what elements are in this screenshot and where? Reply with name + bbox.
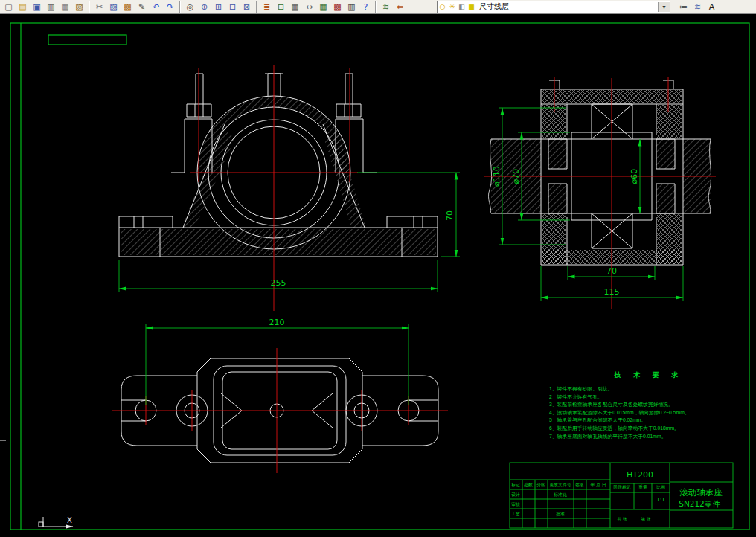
calculator-icon[interactable]: ▥ bbox=[345, 1, 359, 13]
layer-lock-icon: ◧ bbox=[457, 2, 467, 12]
title-block: HT200 滚动轴承座 SN212零件 标记 处数 分区 更改文件号 签名 年.… bbox=[510, 463, 733, 528]
label-genggai: 更改文件号 bbox=[550, 482, 571, 487]
label-bili: 比例 bbox=[656, 485, 665, 490]
save-icon[interactable]: ▣ bbox=[30, 1, 44, 13]
undo-icon[interactable]: ↶ bbox=[149, 1, 163, 13]
ucs-x-label: X bbox=[67, 516, 72, 524]
dimension-70-width: 70 bbox=[606, 266, 617, 276]
tech-requirement-line: 5、轴承盖与座孔配合间隙不大于0.02mm。 bbox=[549, 417, 749, 425]
label-gong-zhang: 共 张 bbox=[617, 517, 627, 522]
front-view: 255 70 bbox=[119, 65, 460, 311]
layer-states-icon[interactable]: ≋ bbox=[379, 1, 393, 13]
toolbar-group-file: ▢▤▣▥▦▧ bbox=[1, 1, 86, 13]
label-zhongliang: 重量 bbox=[638, 484, 647, 489]
grid-icon[interactable]: ▦ bbox=[288, 1, 302, 13]
zoom-realtime-icon[interactable]: ⊕ bbox=[197, 1, 211, 13]
pan-icon[interactable]: ◎ bbox=[183, 1, 197, 13]
help-icon[interactable]: ? bbox=[359, 1, 373, 13]
label-di-zhang: 第 张 bbox=[641, 517, 651, 522]
plot-icon[interactable]: ▥ bbox=[44, 1, 58, 13]
label-sheji: 设计 bbox=[511, 492, 520, 497]
new-file-icon[interactable]: ▢ bbox=[1, 1, 16, 13]
toolbar-group-layer-tools: ≋⇐ bbox=[379, 1, 407, 13]
label-nianyue: 年.月.日 bbox=[590, 483, 606, 488]
zoom-previous-icon[interactable]: ⊟ bbox=[225, 1, 240, 13]
dimension-255: 255 bbox=[271, 278, 286, 288]
part-name: 滚动轴承座 bbox=[679, 487, 723, 498]
layer-previous-icon[interactable]: ⇐ bbox=[393, 1, 407, 13]
tech-requirement-line: 7、轴承座底面对轴孔轴线的平行度不大于0.01mm。 bbox=[549, 433, 749, 441]
label-biaozhunhua: 标准化 bbox=[553, 492, 567, 498]
top-view-centerlines bbox=[112, 348, 448, 473]
scale-value: 1:1 bbox=[656, 497, 664, 503]
layer-state-icons: ○☀◧■ bbox=[438, 2, 476, 12]
toolbar-group-tools: ≣⊡▦↔▦▩▥? bbox=[260, 1, 373, 13]
tech-requirement-line: 2、铸件不允许有气孔。 bbox=[549, 393, 749, 402]
layer-on-bulb-icon: ○ bbox=[438, 2, 447, 12]
text-style-icon[interactable]: A bbox=[705, 1, 719, 13]
layer-freeze-sun-icon: ☀ bbox=[447, 2, 457, 12]
zoom-window-icon[interactable]: ⊞ bbox=[211, 1, 225, 13]
toolbar-separator bbox=[256, 1, 257, 13]
label-jieduan: 阶段标记 bbox=[613, 484, 630, 490]
match-properties-icon[interactable]: ✎ bbox=[135, 1, 149, 13]
tech-requirement-line: 1、铸件不得有砂眼、裂纹。 bbox=[549, 385, 749, 393]
toolbar-separator bbox=[179, 1, 181, 13]
layer-combo-dropdown-arrow[interactable]: ▼ bbox=[658, 2, 670, 12]
toolbar-separator bbox=[89, 1, 90, 13]
label-shenhe: 审核 bbox=[511, 501, 520, 507]
part-model: SN212零件 bbox=[679, 499, 720, 508]
image-icon[interactable]: ▩ bbox=[330, 1, 345, 13]
paste-icon[interactable]: ▩ bbox=[121, 1, 135, 13]
publish-icon[interactable]: ▧ bbox=[72, 1, 86, 13]
toolbar-group-right: ≔≋A bbox=[676, 1, 719, 13]
label-qianming: 签名 bbox=[575, 483, 584, 488]
dimension-d110: ⌀110 bbox=[492, 166, 502, 187]
tech-requirements-list: 1、铸件不得有砂眼、裂纹。2、铸件不允许有气孔。3、装配前检查轴承座各配合尺寸及… bbox=[549, 385, 749, 440]
tech-requirement-line: 6、装配后用手转动轴应灵活，轴向窜动不大于0.018mm。 bbox=[549, 425, 749, 433]
dimension-d70: ⌀70 bbox=[511, 169, 521, 184]
label-biaoji: 标记 bbox=[510, 482, 520, 488]
label-gongyi: 工艺 bbox=[511, 511, 520, 516]
toolbar-separator bbox=[375, 1, 377, 13]
cut-icon[interactable]: ✂ bbox=[92, 1, 106, 13]
top-view-dimensions: 210 bbox=[146, 318, 409, 405]
open-file-icon[interactable]: ▤ bbox=[16, 1, 30, 13]
main-toolbar: ▢▤▣▥▦▧ ✂▨▩✎↶↷ ◎⊕⊞⊟⊠ ≣⊡▦↔▦▩▥? ≋⇐ ○☀◧■ 尺寸线… bbox=[0, 0, 756, 14]
top-view: 210 bbox=[112, 318, 448, 473]
drawing-canvas[interactable]: 255 70 bbox=[0, 14, 756, 537]
zoom-extents-icon[interactable]: ⊠ bbox=[240, 1, 254, 13]
dimension-70-height: 70 bbox=[445, 210, 455, 221]
material-spec: HT200 bbox=[627, 470, 653, 480]
redo-icon[interactable]: ↷ bbox=[163, 1, 177, 13]
tech-requirement-line: 3、装配前检查轴承座各配合尺寸及各处螺纹完好情况。 bbox=[549, 401, 749, 409]
dimension-115: 115 bbox=[604, 287, 620, 297]
label-pizhun: 批准 bbox=[556, 512, 565, 517]
make-object-layer-icon[interactable]: ≔ bbox=[676, 1, 691, 13]
layer-combo-value: 尺寸线层 bbox=[476, 1, 658, 12]
table-icon[interactable]: ▦ bbox=[316, 1, 330, 13]
toolbar-group-zoom: ◎⊕⊞⊟⊠ bbox=[183, 1, 254, 13]
ucs-icon: X bbox=[39, 516, 73, 527]
front-view-centerlines bbox=[190, 65, 358, 311]
technical-requirements: 技 术 要 求 1、铸件不得有砂眼、裂纹。2、铸件不允许有气孔。3、装配前检查轴… bbox=[549, 370, 749, 440]
copy-icon[interactable]: ▨ bbox=[106, 1, 121, 13]
layer-properties-icon[interactable]: ≣ bbox=[260, 1, 274, 13]
tech-requirement-line: 4、滚动轴承装配游隙不大于0.015mm，轴向游隙0.2~0.5mm。 bbox=[549, 409, 749, 417]
plot-preview-icon[interactable]: ▦ bbox=[58, 1, 72, 13]
object-snap-icon[interactable]: ⊡ bbox=[274, 1, 288, 13]
tech-requirements-title: 技 术 要 求 bbox=[549, 370, 749, 380]
dimension-210: 210 bbox=[269, 318, 285, 327]
toolbar-group-edit: ✂▨▩✎↶↷ bbox=[92, 1, 177, 13]
layer-translate-icon[interactable]: ≋ bbox=[691, 1, 705, 13]
layer-combo[interactable]: ○☀◧■ 尺寸线层 ▼ bbox=[437, 1, 670, 13]
section-view: ⌀110 ⌀70 ⌀60 70 115 bbox=[484, 77, 716, 309]
distance-icon[interactable]: ↔ bbox=[302, 1, 316, 13]
layer-color-swatch: ■ bbox=[467, 2, 476, 12]
label-chushu: 处数 bbox=[524, 482, 533, 488]
dimension-d60: ⌀60 bbox=[630, 169, 639, 184]
label-fenqu: 分区 bbox=[536, 482, 545, 487]
